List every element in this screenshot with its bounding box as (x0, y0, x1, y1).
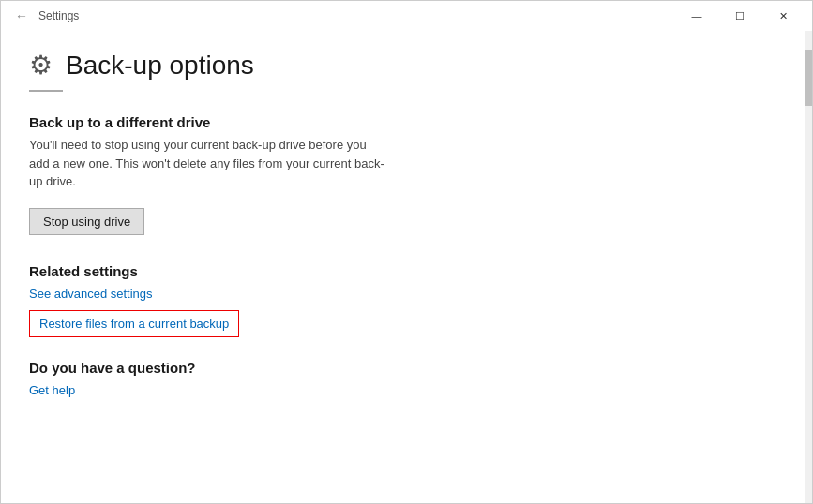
get-help-link[interactable]: Get help (29, 383, 776, 397)
main-content: ⚙ Back-up options Back up to a different… (1, 31, 805, 503)
title-bar: ← Settings — ☐ ✕ (1, 1, 812, 31)
back-button[interactable]: ← (12, 7, 31, 25)
settings-window: ← Settings — ☐ ✕ ⚙ Back-up options Back … (0, 0, 813, 504)
minimize-button[interactable]: — (675, 1, 718, 31)
maximize-button[interactable]: ☐ (718, 1, 761, 31)
window-title: Settings (38, 9, 79, 22)
close-button[interactable]: ✕ (761, 1, 805, 31)
stop-using-drive-button[interactable]: Stop using drive (29, 208, 144, 235)
backup-drive-title: Back up to a different drive (29, 114, 776, 130)
page-header: ⚙ Back-up options (29, 50, 776, 81)
question-title: Do you have a question? (29, 360, 776, 376)
title-divider (29, 90, 63, 92)
scrollbar[interactable] (805, 31, 812, 503)
backup-drive-description: You'll need to stop using your current b… (29, 136, 385, 191)
page-title: Back-up options (66, 51, 254, 81)
gear-icon: ⚙ (29, 50, 53, 81)
restore-files-link[interactable]: Restore files from a current backup (39, 317, 229, 331)
title-bar-left: ← Settings (12, 7, 79, 25)
restore-link-box: Restore files from a current backup (29, 310, 239, 337)
related-settings-title: Related settings (29, 263, 776, 279)
content-area: ⚙ Back-up options Back up to a different… (1, 31, 812, 503)
advanced-settings-link[interactable]: See advanced settings (29, 287, 776, 301)
window-controls: — ☐ ✕ (675, 1, 805, 31)
scrollbar-thumb[interactable] (805, 50, 812, 106)
